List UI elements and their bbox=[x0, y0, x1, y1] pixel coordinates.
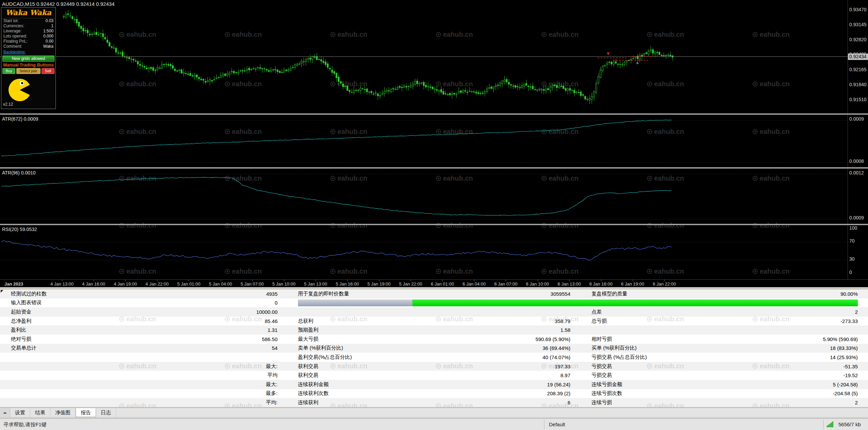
sell-button[interactable]: Sell bbox=[42, 68, 54, 74]
atr672-window[interactable]: ATR(672) 0.0009 bbox=[0, 115, 868, 167]
time-axis-label: 6 Jan 13:00 bbox=[558, 281, 581, 287]
report-value: 2 bbox=[735, 309, 868, 315]
select-pair-button[interactable]: Select pair bbox=[16, 68, 41, 74]
report-value: 85.46 bbox=[177, 318, 278, 324]
ea-logo: Waka Waka bbox=[1, 7, 56, 18]
chart-region[interactable]: eahub.cneahub.cneahub.cneahub.cneahub.cn… bbox=[0, 0, 868, 287]
report-row: 总净盈利85.46总获利358.79总亏损-273.33 bbox=[0, 317, 868, 326]
report-label: 连续获利 bbox=[298, 399, 461, 406]
report-label: 输入图表错误 bbox=[0, 300, 177, 306]
new-grids-allowed-button[interactable]: New grids allowed bbox=[2, 56, 54, 62]
time-axis-label: 5 Jan 16:00 bbox=[336, 281, 359, 287]
report-corner-marker bbox=[1, 290, 3, 293]
time-axis-tick bbox=[633, 280, 633, 281]
ea-info-row: Lots opened:0.000 bbox=[1, 34, 56, 39]
time-axis-label: 5 Jan 13:00 bbox=[304, 281, 327, 287]
report-label: 卖单 (%获利百分比) bbox=[298, 345, 461, 351]
time-axis-tick bbox=[538, 280, 538, 281]
backtest-report-panel: 经测试过的柱数4935用于复盘的即时价数量3059554复盘模型的质量90.00… bbox=[0, 289, 868, 407]
ea-info-value: Waka bbox=[43, 44, 53, 49]
report-label: 盈利比 bbox=[0, 327, 177, 333]
tab-报告[interactable]: 报告 bbox=[76, 408, 96, 417]
report-value: 1.31 bbox=[177, 327, 278, 333]
report-value: -273.33 bbox=[735, 318, 868, 324]
report-value: 最大: bbox=[177, 381, 278, 388]
tab-结果[interactable]: 结果 bbox=[30, 408, 50, 417]
report-row: 起始资金10000.00点差2 bbox=[0, 307, 868, 317]
tab-设置[interactable]: 设置 bbox=[10, 408, 30, 417]
current-price-box: 0.92434 bbox=[848, 53, 868, 60]
rsi-window[interactable]: RSI(20) 59.0532 bbox=[0, 225, 868, 279]
report-value: 1.58 bbox=[461, 327, 570, 333]
report-label: 获利交易 bbox=[298, 372, 461, 379]
manual-trading-buttons-label: Manual Trading Buttons bbox=[1, 62, 56, 68]
ea-info-row: Currencies:1 bbox=[1, 24, 56, 29]
quality-bar-na-segment bbox=[298, 300, 412, 307]
time-axis-label: 5 Jan 04:00 bbox=[209, 281, 232, 287]
price-scale-label: 0.93470 bbox=[849, 6, 867, 13]
report-value: -204.58 (5) bbox=[735, 390, 868, 396]
panel-splitter[interactable] bbox=[0, 287, 868, 289]
time-axis[interactable]: Jan 20234 Jan 13:004 Jan 16:004 Jan 19:0… bbox=[0, 279, 868, 287]
tab-scroll-buttons[interactable]: ◂▸ bbox=[0, 408, 10, 417]
report-label: 交易单总计 bbox=[0, 345, 177, 351]
ea-info-value: 1:500 bbox=[43, 29, 53, 34]
price-scale-label: 0.91840 bbox=[849, 81, 867, 88]
report-row: 交易单总计54卖单 (%获利百分比)36 (69.44%)买单 (%获利百分比)… bbox=[0, 344, 868, 353]
time-axis-label: 6 Jan 16:00 bbox=[589, 281, 613, 287]
atr96-scale-label: 0.0009 bbox=[849, 215, 864, 221]
tab-净值图[interactable]: 净值图 bbox=[50, 408, 76, 417]
report-value: 5 (-204.58) bbox=[735, 382, 868, 387]
report-value: 18 (83.33%) bbox=[735, 345, 868, 351]
report-label: 经测试过的柱数 bbox=[0, 291, 177, 297]
window-separator[interactable] bbox=[0, 224, 868, 225]
report-label: 亏损交易 bbox=[591, 363, 735, 370]
report-value: 54 bbox=[177, 345, 278, 351]
time-axis-tick bbox=[379, 280, 379, 281]
report-row: 盈利交易(%占总百分比)40 (74.07%)亏损交易 (%占总百分比)14 (… bbox=[0, 353, 868, 362]
window-separator[interactable] bbox=[0, 113, 868, 115]
report-value: 10000.00 bbox=[177, 309, 278, 315]
report-value: 5.90% (590.69) bbox=[735, 336, 868, 342]
report-value: 最大: bbox=[177, 363, 278, 370]
report-label: 用于复盘的即时价数量 bbox=[298, 291, 461, 297]
report-label: 买单 (%获利百分比) bbox=[591, 345, 735, 351]
ea-info-list: Start lot:0.03Currencies:1Leverage:1:500… bbox=[1, 18, 56, 49]
time-axis-tick bbox=[411, 280, 411, 281]
atr96-window[interactable]: ATR(96) 0.0010 bbox=[0, 169, 868, 224]
report-row: 平均:连续获利6连续亏损2 bbox=[0, 398, 868, 407]
atr96-label: ATR(96) 0.0010 bbox=[2, 170, 36, 175]
report-label: 连续亏损次数 bbox=[591, 390, 735, 397]
time-axis-tick bbox=[221, 280, 221, 281]
price-chart-window[interactable]: AUDCAD,M15 0.92442 0.92449 0.92414 0.924… bbox=[0, 0, 868, 113]
report-value: 6 bbox=[461, 400, 570, 405]
report-value: 90.00% bbox=[735, 291, 868, 297]
report-label: 最大亏损 bbox=[298, 336, 461, 342]
report-label: 复盘模型的质量 bbox=[591, 291, 735, 297]
report-value: 14 (25.93%) bbox=[735, 354, 868, 360]
status-profile[interactable]: Default bbox=[549, 421, 565, 427]
time-axis-tick bbox=[601, 280, 601, 281]
price-scale-label: 0.93145 bbox=[849, 21, 867, 28]
rsi-canvas[interactable] bbox=[0, 225, 848, 279]
time-axis-label: 4 Jan 19:00 bbox=[114, 281, 137, 287]
time-axis-label: 6 Jan 04:00 bbox=[462, 281, 486, 287]
report-value: 590.69 (5.90%) bbox=[461, 336, 570, 342]
ea-version: v2.12 bbox=[3, 102, 13, 107]
atr672-canvas[interactable] bbox=[0, 115, 848, 167]
time-axis-label: Jan 2023 bbox=[4, 281, 23, 287]
report-value: 3059554 bbox=[461, 291, 570, 297]
tab-日志[interactable]: 日志 bbox=[96, 408, 116, 417]
report-row: 平均获利交易8.97亏损交易-19.52 bbox=[0, 371, 868, 380]
buy-button[interactable]: Buy bbox=[2, 68, 15, 74]
report-value: -19.52 bbox=[735, 372, 868, 378]
window-separator[interactable] bbox=[0, 167, 868, 169]
backtesting-label: Backtesting: bbox=[1, 49, 56, 55]
manual-trading-button-row: Buy Select pair Sell bbox=[1, 68, 56, 74]
rsi-scale-label: 100 bbox=[849, 225, 857, 231]
report-table: 经测试过的柱数4935用于复盘的即时价数量3059554复盘模型的质量90.00… bbox=[0, 289, 868, 407]
atr96-canvas[interactable] bbox=[0, 169, 848, 224]
report-label: 点差 bbox=[591, 309, 735, 315]
price-chart-canvas[interactable] bbox=[0, 0, 848, 113]
ea-info-value: 0.000 bbox=[43, 34, 53, 39]
